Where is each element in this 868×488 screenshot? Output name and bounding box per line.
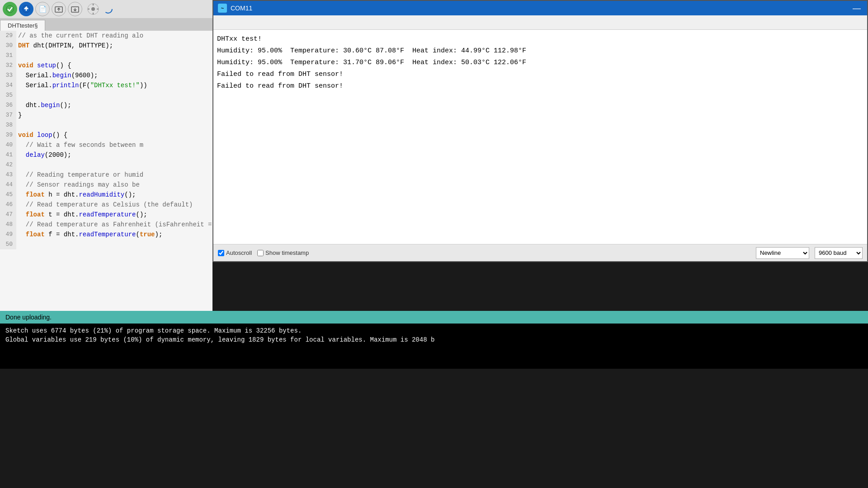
code-line: 29// as the current DHT reading alo bbox=[0, 31, 212, 41]
serial-titlebar: ~ COM11 — bbox=[213, 1, 867, 15]
serial-output-line: Humidity: 95.00% Temperature: 31.70°C 89… bbox=[217, 57, 863, 69]
line-number: 45 bbox=[0, 190, 16, 200]
line-number: 31 bbox=[0, 51, 16, 61]
show-timestamp-checkbox-label[interactable]: Show timestamp bbox=[257, 249, 309, 256]
line-content: // Read temperature as Fahrenheit (isFah… bbox=[16, 220, 212, 230]
show-timestamp-label: Show timestamp bbox=[265, 249, 309, 256]
line-content: dht.begin(); bbox=[16, 100, 71, 110]
line-content bbox=[16, 90, 18, 100]
verify-button[interactable] bbox=[3, 2, 17, 16]
line-number: 36 bbox=[0, 100, 16, 110]
line-content: float f = dht.readTemperature(true); bbox=[16, 230, 162, 239]
code-line: 41 delay(2000); bbox=[0, 150, 212, 160]
serial-monitor: ~ COM11 — DHTxx test!Humidity: 95.00% Te… bbox=[212, 0, 868, 262]
line-number: 37 bbox=[0, 110, 16, 120]
line-number: 42 bbox=[0, 160, 16, 170]
svg-point-10 bbox=[104, 5, 112, 13]
line-content bbox=[16, 51, 18, 61]
svg-point-5 bbox=[91, 7, 95, 11]
svg-rect-7 bbox=[93, 13, 94, 14]
line-number: 47 bbox=[0, 210, 16, 220]
line-content: Serial.begin(9600); bbox=[16, 70, 98, 80]
line-content: // Sensor readings may also be bbox=[16, 180, 140, 190]
line-content: void loop() { bbox=[16, 130, 67, 140]
code-editor: 29// as the current DHT reading alo30DHT… bbox=[0, 31, 212, 311]
tab-bar: DHTtester§ bbox=[0, 18, 212, 31]
save-button[interactable] bbox=[68, 2, 82, 16]
code-line: 33 Serial.begin(9600); bbox=[0, 70, 212, 80]
arduino-icon: ~ bbox=[218, 4, 227, 13]
line-content: delay(2000); bbox=[16, 150, 71, 160]
svg-point-0 bbox=[6, 5, 14, 13]
upload-button[interactable] bbox=[19, 2, 33, 16]
autoscroll-label: Autoscroll bbox=[226, 249, 252, 256]
line-number: 41 bbox=[0, 150, 16, 160]
line-content: // Wait a few seconds between m bbox=[16, 140, 143, 150]
line-content bbox=[16, 120, 18, 130]
code-line: 35 bbox=[0, 90, 212, 100]
serial-bottom-bar: Autoscroll Show timestamp No line ending… bbox=[213, 244, 867, 261]
serial-minimize-button[interactable]: — bbox=[851, 4, 863, 13]
code-line: 45 float h = dht.readHumidity(); bbox=[0, 190, 212, 200]
line-number: 38 bbox=[0, 120, 16, 130]
autoscroll-checkbox-label[interactable]: Autoscroll bbox=[218, 249, 252, 256]
toolbar: 📄 bbox=[0, 0, 212, 18]
line-content: // Read temperature as Celsius (the defa… bbox=[16, 200, 193, 210]
line-number: 46 bbox=[0, 200, 16, 210]
svg-rect-9 bbox=[97, 9, 99, 9]
code-line: 50 bbox=[0, 239, 212, 249]
code-line: 39void loop() { bbox=[0, 130, 212, 140]
code-line: 34 Serial.println(F("DHTxx test!")) bbox=[0, 80, 212, 90]
line-number: 49 bbox=[0, 230, 16, 239]
line-number: 29 bbox=[0, 31, 16, 41]
line-content: Serial.println(F("DHTxx test!")) bbox=[16, 80, 147, 90]
baud-select[interactable]: 300 baud1200 baud2400 baud4800 baud9600 … bbox=[815, 247, 863, 259]
show-timestamp-checkbox[interactable] bbox=[257, 250, 264, 256]
line-number: 43 bbox=[0, 170, 16, 180]
code-line: 37} bbox=[0, 110, 212, 120]
serial-titlebar-left: ~ COM11 bbox=[218, 4, 252, 13]
code-line: 38 bbox=[0, 120, 212, 130]
serial-output-line: Humidity: 95.00% Temperature: 30.60°C 87… bbox=[217, 45, 863, 57]
line-number: 33 bbox=[0, 70, 16, 80]
line-number: 40 bbox=[0, 140, 16, 150]
line-content: // Reading temperature or humid bbox=[16, 170, 143, 180]
line-content: } bbox=[16, 110, 22, 120]
new-button[interactable]: 📄 bbox=[35, 2, 50, 16]
line-number: 50 bbox=[0, 239, 16, 249]
status-text: Done uploading. bbox=[5, 314, 52, 321]
code-line: 30DHT dht(DHTPIN, DHTTYPE); bbox=[0, 41, 212, 51]
open-button[interactable] bbox=[52, 2, 66, 16]
console-line: Sketch uses 6774 bytes (21%) of program … bbox=[5, 326, 863, 335]
serial-output: DHTxx test!Humidity: 95.00% Temperature:… bbox=[213, 30, 867, 244]
serial-input-bar[interactable] bbox=[213, 15, 867, 30]
svg-rect-8 bbox=[88, 9, 90, 9]
code-line: 31 bbox=[0, 51, 212, 61]
serial-input[interactable] bbox=[213, 15, 867, 29]
autoscroll-checkbox[interactable] bbox=[218, 250, 224, 256]
line-number: 39 bbox=[0, 130, 16, 140]
board-selector[interactable] bbox=[86, 2, 100, 16]
line-number: 48 bbox=[0, 220, 16, 230]
code-line: 44 // Sensor readings may also be bbox=[0, 180, 212, 190]
code-line: 43 // Reading temperature or humid bbox=[0, 170, 212, 180]
spinner bbox=[103, 4, 113, 14]
line-content: float h = dht.readHumidity(); bbox=[16, 190, 136, 200]
code-line: 48 // Read temperature as Fahrenheit (is… bbox=[0, 220, 212, 230]
code-line: 40 // Wait a few seconds between m bbox=[0, 140, 212, 150]
serial-output-line: Failed to read from DHT sensor! bbox=[217, 69, 863, 80]
serial-output-line: DHTxx test! bbox=[217, 33, 863, 45]
newline-select[interactable]: No line endingNewlineCarriage returnBoth… bbox=[756, 247, 809, 259]
line-number: 44 bbox=[0, 180, 16, 190]
code-line: 46 // Read temperature as Celsius (the d… bbox=[0, 200, 212, 210]
code-line: 32void setup() { bbox=[0, 61, 212, 70]
line-content: // as the current DHT reading alo bbox=[16, 31, 143, 41]
line-number: 35 bbox=[0, 90, 16, 100]
console-line: Global variables use 219 bytes (10%) of … bbox=[5, 335, 863, 344]
line-content: void setup() { bbox=[16, 61, 71, 70]
line-number: 32 bbox=[0, 61, 16, 70]
console-area: Sketch uses 6774 bytes (21%) of program … bbox=[0, 324, 868, 369]
code-line: 47 float t = dht.readTemperature(); bbox=[0, 210, 212, 220]
serial-title: COM11 bbox=[231, 5, 252, 12]
tab-dhtester[interactable]: DHTtester§ bbox=[0, 20, 45, 31]
